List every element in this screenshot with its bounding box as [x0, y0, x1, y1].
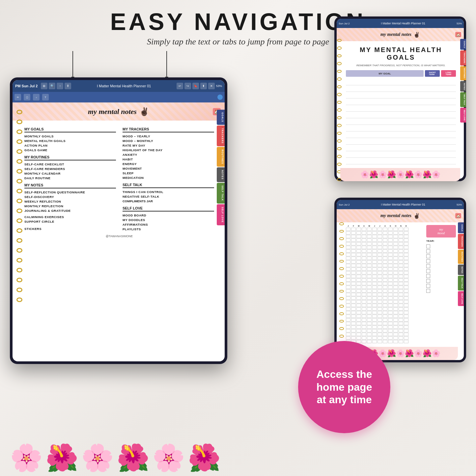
tr-spiral-ring [337, 46, 342, 49]
mood-row [346, 318, 424, 322]
nav-monthly-calendar[interactable]: MONTHLY CALENDAR [24, 172, 116, 175]
nav-movement[interactable]: MOVEMENT [123, 167, 214, 170]
toolbar-close[interactable]: ✕ [208, 83, 215, 89]
lasso-tool[interactable]: ⬦ [33, 94, 40, 100]
mood-checkbox [426, 259, 430, 263]
nav-calming-exercises[interactable]: CALMINING EXERCISES [24, 215, 116, 219]
nav-mood-yearly[interactable]: MOOD – YEARLY [123, 134, 214, 138]
nav-weekly-reflection[interactable]: WEEKLY REFLECTION [24, 200, 116, 203]
mood-row [346, 282, 424, 285]
toolbar-share[interactable]: ⬆ [200, 83, 207, 89]
br-spiral-ring [339, 252, 344, 255]
nav-stickers[interactable]: STICKERS [24, 227, 116, 231]
nav-affirmations[interactable]: AFFIRMATIONS [123, 223, 214, 226]
goal-line [346, 79, 456, 85]
mood-checkbox [426, 249, 430, 253]
month-o: O [393, 225, 398, 227]
tr-tab-selftalk[interactable]: SELF TALK [460, 92, 464, 107]
toolbar-icon-1[interactable]: ⊞ [41, 83, 47, 89]
nav-journaling-gratitude[interactable]: JOURNALING & GRATITUDE [24, 209, 116, 212]
nav-self-care-reminders[interactable]: SELF-CARE REMINDERS [24, 167, 116, 171]
nav-mental-health-goals[interactable]: MENTAL HEALTH GOALS [24, 139, 116, 143]
mood-checkbox [426, 279, 430, 283]
nav-self-reflection[interactable]: SELF-REFLECTION QUESTIONNAIRE [24, 190, 116, 194]
tab-trackers[interactable]: TRACKERS [217, 126, 225, 146]
routines-section-header: MY ROUTINES [24, 155, 116, 160]
tr-tab-trackers[interactable]: TRACKERS [460, 50, 464, 65]
month-m2: M [367, 225, 372, 227]
tab-routines[interactable]: ROUTINES [217, 147, 225, 167]
mood-row [346, 249, 424, 253]
planner-content: MY GOALS MONTHLY GOALS MENTAL HEALTH GOA… [13, 121, 225, 350]
mood-row [346, 307, 424, 311]
br-tab-routines[interactable]: ROUTINES [458, 250, 464, 264]
mood-row [346, 300, 424, 303]
br-spiral [339, 222, 344, 360]
nav-playlists[interactable]: PLAYLISTS [123, 227, 214, 231]
toolbar-icon-4[interactable]: 🎙 [65, 83, 71, 89]
mood-checkboxes [426, 244, 456, 293]
tr-tab-notes[interactable]: NOTES [460, 81, 464, 92]
nav-habit[interactable]: HABIT [123, 157, 214, 161]
nav-monthly-reflection[interactable]: MONTHLY REFLECTION [24, 204, 116, 208]
color-dot[interactable] [217, 95, 223, 100]
text-tool[interactable]: T [42, 94, 49, 100]
nav-action-plan[interactable]: ACTION PLAN [24, 144, 116, 147]
nav-support-circle[interactable]: SUPPORT CIRCLE [24, 220, 116, 223]
tr-spiral-ring [337, 70, 342, 73]
nav-things-i-can-control[interactable]: THINGS I CAN CONTROL [123, 190, 214, 194]
br-tab-trackers[interactable]: TRACKERS [458, 234, 464, 249]
tr-tab-routines[interactable]: ROUTINES [460, 66, 464, 80]
tr-tab-goals[interactable]: GOALS [460, 39, 464, 50]
nav-self-care-checklist[interactable]: SELF-CARE CHECKLIST [24, 162, 116, 166]
tab-goals[interactable]: GOALS [217, 110, 225, 125]
br-tab-selftalk[interactable]: SELF TALK [458, 276, 464, 291]
mood-row [346, 315, 424, 318]
nav-negative-self-talk[interactable]: NEGATIVE SELF-TALK [123, 195, 214, 198]
nav-goals-game[interactable]: GOALS GAME [24, 148, 116, 152]
nav-energy[interactable]: ENERGY [123, 162, 214, 166]
tr-tab-selflove[interactable]: SELF LOVE [460, 108, 464, 123]
bar-title: I Matter Mental Health Planner 01 [72, 84, 175, 88]
nav-mood-monthly[interactable]: MOOD – MONTHLY [123, 139, 214, 143]
spiral-ring [16, 278, 22, 282]
br-tab-selflove[interactable]: SELF LOVE [458, 291, 464, 306]
br-tab-notes[interactable]: NOTES [458, 265, 464, 275]
toolbar-undo[interactable]: ↩ [177, 83, 183, 89]
goal-line [346, 99, 456, 105]
mood-checkbox [426, 244, 430, 248]
br-tab-goals[interactable]: GOALS [458, 222, 464, 233]
toolbar-redo[interactable]: ↪ [184, 83, 191, 89]
short-term-label: SHORTTERM [425, 70, 440, 77]
tab-self-love[interactable]: SELF LOVE [217, 204, 225, 225]
tr-home-icon[interactable]: 🏠 [455, 32, 461, 37]
tr-spiral-ring [337, 155, 342, 158]
pen-tool[interactable]: ✏ [14, 94, 21, 100]
nav-daily-routine[interactable]: DAILY ROUTINE [24, 176, 116, 180]
toolbar-icon-3[interactable]: ↑ [57, 83, 63, 89]
eraser-tool[interactable]: ◻ [24, 94, 30, 100]
tab-notes[interactable]: NOTES [217, 167, 225, 182]
tr-planner-header: my mental notes ✌🏿 🏠 [337, 28, 464, 41]
nav-mood-board[interactable]: MOOD BOARD [123, 213, 214, 217]
nav-monthly-goals[interactable]: MONTHLY GOALS [24, 134, 116, 138]
nav-rate-my-day[interactable]: RATE MY DAY [123, 144, 214, 147]
nav-my-doodles[interactable]: MY DOODLES [123, 218, 214, 222]
tr-bar-time: Sun Jul 2 [339, 22, 350, 25]
toolbar-bookmark[interactable]: 🔖 [192, 83, 199, 89]
goal-line [346, 152, 456, 158]
nav-compliments-jar[interactable]: COMPLIMENTS JAR [123, 199, 214, 203]
tr-spiral-ring [337, 54, 342, 57]
nav-anxiety[interactable]: ANXIETY [123, 153, 214, 156]
br-side-tabs: GOALS TRACKERS ROUTINES NOTES SELF TALK … [458, 222, 464, 307]
nav-sleep[interactable]: SLEEP [123, 171, 214, 175]
tab-self-talk[interactable]: SELF TALK [217, 183, 225, 204]
month-labels: J F M A M J J A S O N D [346, 225, 424, 227]
nav-highlight-day[interactable]: HIGHLIGHT OF THE DAY [123, 148, 214, 152]
nav-medication[interactable]: MEDICATION [123, 176, 214, 180]
br-home-icon[interactable]: 🏠 [455, 213, 461, 218]
nav-self-discovery[interactable]: SELF-DISCOVERY [24, 195, 116, 199]
toolbar-icon-2[interactable]: 🔍 [49, 83, 55, 89]
status-bar-time: PM Sun Jul 2 [15, 84, 38, 88]
tr-spiral-ring [337, 39, 342, 42]
